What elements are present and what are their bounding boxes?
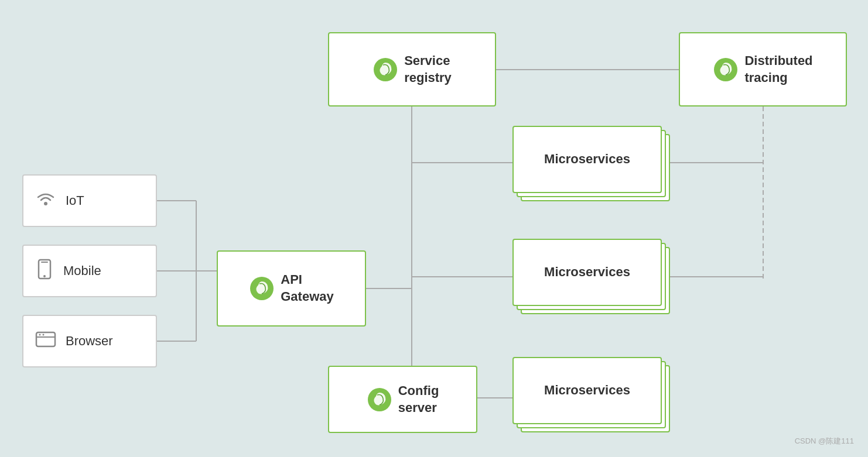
svg-point-26 [43, 334, 45, 335]
microservices-1-label: Microservices [544, 151, 630, 168]
microservices-2-wrapper: Microservices [512, 239, 671, 315]
browser-icon [35, 330, 56, 353]
browser-label: Browser [66, 334, 113, 349]
service-registry-box: Service registry [328, 32, 496, 106]
service-registry-label: Service registry [404, 53, 452, 86]
microservices-1-wrapper: Microservices [512, 126, 671, 202]
config-server-box: Config server [328, 366, 477, 433]
mobile-icon [35, 259, 54, 284]
microservices-2-main: Microservices [512, 239, 662, 306]
microservices-2-label: Microservices [544, 264, 630, 281]
watermark: CSDN @陈建111 [795, 436, 854, 446]
config-server-label: Config server [398, 383, 439, 416]
browser-client-box: Browser [22, 315, 157, 367]
microservices-3-wrapper: Microservices [512, 357, 671, 433]
diagram-container: Service registry Distributed tracing API… [0, 0, 868, 457]
api-gateway-box: API Gateway [217, 250, 366, 327]
spring-icon-service-registry [373, 57, 398, 83]
spring-icon-config-server [367, 387, 392, 413]
microservices-3-main: Microservices [512, 357, 662, 424]
iot-client-box: IoT [22, 174, 157, 227]
microservices-1-main: Microservices [512, 126, 662, 193]
svg-point-25 [39, 334, 41, 335]
mobile-client-box: Mobile [22, 245, 157, 297]
spring-icon-api-gateway [249, 276, 275, 301]
mobile-label: Mobile [63, 263, 101, 279]
distributed-tracing-label: Distributed tracing [744, 53, 812, 86]
api-gateway-label: API Gateway [281, 272, 334, 305]
spring-icon-distributed-tracing [713, 57, 739, 83]
iot-label: IoT [66, 193, 84, 208]
iot-icon [35, 188, 56, 214]
distributed-tracing-box: Distributed tracing [679, 32, 847, 106]
svg-point-21 [43, 275, 46, 277]
microservices-3-label: Microservices [544, 382, 630, 399]
svg-point-19 [44, 202, 47, 205]
